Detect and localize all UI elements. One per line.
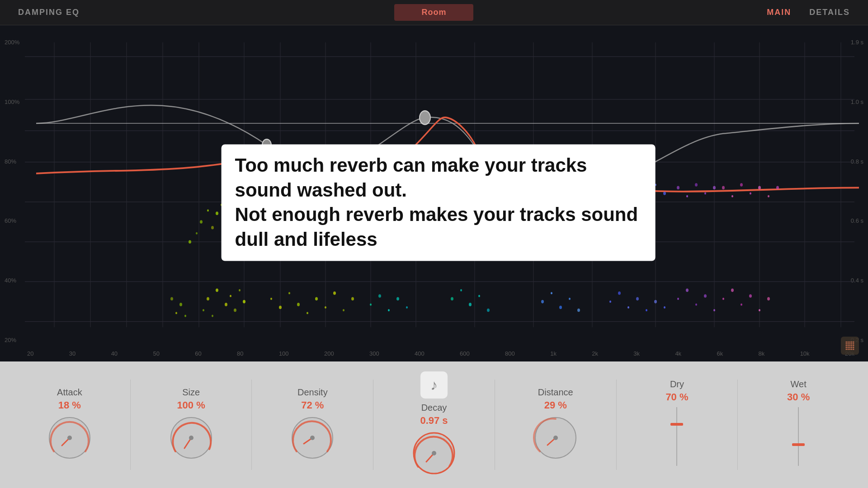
svg-point-67 bbox=[388, 309, 390, 311]
damping-eq-title: DAMPING EQ bbox=[18, 8, 295, 17]
svg-point-69 bbox=[406, 306, 408, 309]
controls-bar: Attack 18 % Size 100 % bbox=[0, 361, 868, 488]
density-value: 72 % bbox=[301, 399, 324, 411]
wet-fader-handle[interactable] bbox=[792, 443, 805, 446]
svg-point-146 bbox=[846, 343, 847, 345]
svg-point-135 bbox=[713, 186, 716, 190]
svg-point-126 bbox=[627, 306, 629, 309]
svg-point-48 bbox=[230, 295, 231, 297]
svg-point-169 bbox=[189, 436, 193, 440]
attack-value: 18 % bbox=[58, 399, 81, 411]
svg-point-87 bbox=[776, 186, 779, 190]
room-button[interactable]: Room bbox=[394, 4, 473, 21]
svg-point-141 bbox=[846, 342, 847, 343]
svg-point-49 bbox=[234, 309, 236, 312]
decay-knob[interactable] bbox=[409, 428, 459, 478]
music-icon-box: ♪ bbox=[420, 371, 448, 399]
dry-control: Dry 70 % bbox=[617, 379, 738, 470]
svg-point-91 bbox=[749, 294, 752, 298]
svg-point-53 bbox=[207, 297, 209, 301]
svg-point-162 bbox=[848, 349, 849, 350]
svg-point-84 bbox=[750, 192, 751, 194]
svg-point-56 bbox=[184, 315, 186, 317]
svg-point-93 bbox=[767, 297, 770, 301]
svg-point-100 bbox=[325, 306, 326, 309]
svg-point-65 bbox=[370, 303, 372, 305]
svg-point-54 bbox=[212, 315, 213, 317]
attack-control: Attack 18 % bbox=[9, 387, 130, 463]
attack-label: Attack bbox=[57, 387, 82, 398]
svg-point-79 bbox=[569, 298, 571, 300]
svg-point-47 bbox=[225, 303, 227, 306]
svg-point-142 bbox=[848, 342, 849, 343]
svg-point-130 bbox=[664, 306, 665, 309]
distance-value: 29 % bbox=[544, 399, 567, 411]
svg-point-164 bbox=[851, 349, 853, 350]
svg-point-78 bbox=[559, 305, 562, 309]
svg-point-167 bbox=[67, 436, 72, 440]
svg-point-99 bbox=[315, 297, 318, 301]
svg-point-128 bbox=[646, 309, 647, 311]
room-section: Room bbox=[295, 4, 572, 21]
svg-point-112 bbox=[451, 297, 453, 301]
svg-point-52 bbox=[203, 309, 204, 311]
svg-point-82 bbox=[731, 195, 733, 197]
distance-control: Distance 29 % bbox=[495, 387, 616, 463]
svg-point-159 bbox=[851, 347, 853, 348]
attack-knob[interactable] bbox=[45, 413, 94, 463]
size-knob[interactable] bbox=[166, 413, 216, 463]
svg-point-97 bbox=[297, 303, 300, 306]
svg-point-113 bbox=[460, 289, 462, 291]
details-nav-item[interactable]: DETAILS bbox=[809, 8, 850, 17]
svg-point-42 bbox=[207, 209, 209, 211]
svg-point-148 bbox=[849, 343, 851, 345]
svg-point-173 bbox=[432, 451, 436, 455]
particle-button[interactable] bbox=[841, 337, 859, 355]
distance-label: Distance bbox=[538, 387, 573, 398]
svg-point-139 bbox=[704, 294, 707, 298]
wet-label: Wet bbox=[791, 379, 807, 389]
density-label: Density bbox=[297, 387, 328, 398]
svg-point-101 bbox=[333, 291, 336, 295]
svg-point-156 bbox=[846, 347, 847, 348]
svg-point-158 bbox=[849, 347, 851, 348]
density-knob[interactable] bbox=[288, 413, 337, 463]
svg-point-127 bbox=[636, 297, 639, 301]
svg-point-114 bbox=[469, 303, 472, 306]
svg-point-88 bbox=[722, 298, 724, 300]
svg-point-147 bbox=[848, 343, 849, 345]
svg-point-89 bbox=[731, 289, 734, 292]
header-nav: MAIN DETAILS bbox=[573, 8, 850, 17]
svg-point-92 bbox=[759, 309, 760, 311]
decay-label: Decay bbox=[421, 403, 447, 413]
svg-point-124 bbox=[609, 300, 611, 303]
svg-point-144 bbox=[851, 342, 853, 343]
svg-point-68 bbox=[396, 297, 399, 301]
svg-point-86 bbox=[768, 195, 769, 197]
distance-knob[interactable] bbox=[531, 413, 580, 463]
size-label: Size bbox=[182, 387, 200, 398]
dry-fader[interactable] bbox=[670, 407, 684, 470]
svg-point-175 bbox=[553, 436, 558, 440]
svg-point-136 bbox=[677, 298, 679, 300]
svg-point-66 bbox=[378, 294, 381, 298]
main-nav-item[interactable]: MAIN bbox=[767, 8, 791, 17]
wet-fader[interactable] bbox=[792, 407, 805, 470]
svg-point-157 bbox=[848, 347, 849, 348]
svg-point-153 bbox=[849, 345, 851, 347]
svg-point-160 bbox=[853, 347, 854, 348]
dry-fader-handle[interactable] bbox=[670, 423, 683, 426]
svg-point-133 bbox=[695, 183, 698, 187]
svg-point-51 bbox=[243, 300, 245, 304]
svg-point-163 bbox=[849, 349, 851, 350]
svg-point-152 bbox=[848, 345, 849, 347]
svg-point-43 bbox=[211, 226, 214, 230]
svg-point-145 bbox=[853, 342, 854, 343]
app-container: DAMPING EQ Room MAIN DETAILS 200% 100% 8… bbox=[0, 0, 868, 488]
svg-point-129 bbox=[654, 300, 657, 304]
svg-point-94 bbox=[270, 298, 272, 300]
tooltip-line1: Too much reverb can make your tracks sou… bbox=[235, 153, 642, 202]
x-labels: 20 30 40 50 60 80 100 200 300 400 600 80… bbox=[27, 350, 854, 357]
eq-display: 200% 100% 80% 60% 40% 20% 1.9 s 1.0 s 0.… bbox=[0, 25, 868, 361]
svg-point-134 bbox=[704, 192, 706, 194]
